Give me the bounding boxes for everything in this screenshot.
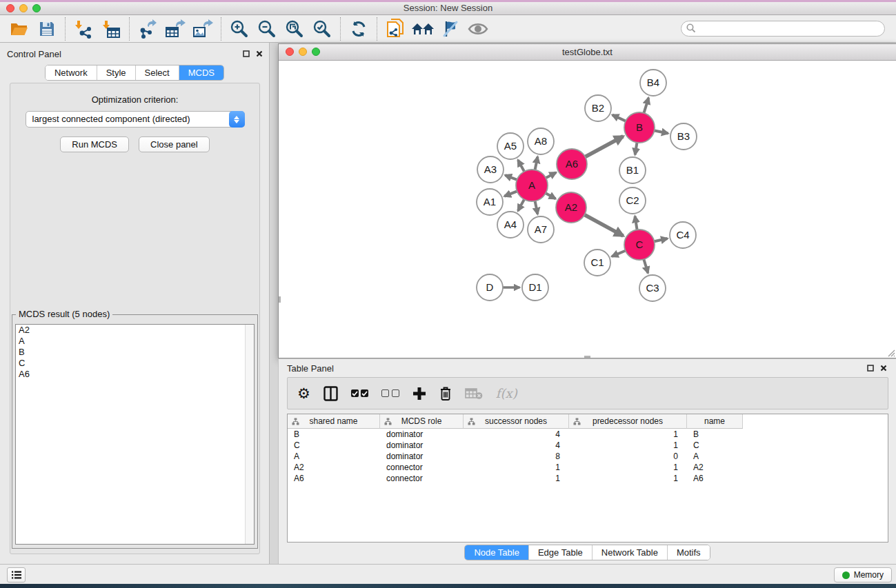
cell-predecessor-nodes[interactable]: 1	[569, 440, 687, 451]
home-layouts-button[interactable]	[409, 17, 437, 41]
control-panel: Control Panel NetworkStyleSelectMCDS Opt…	[0, 43, 270, 564]
zoom-network-window-button[interactable]	[312, 48, 320, 56]
export-network-button[interactable]	[134, 17, 161, 41]
mcds-result-list[interactable]: A2ABCA6	[15, 324, 255, 545]
result-list-item[interactable]: A6	[16, 369, 254, 380]
minimize-network-window-button[interactable]	[299, 48, 307, 56]
cell-MCDS-role[interactable]: dominator	[380, 429, 464, 440]
cell-successor-nodes[interactable]: 4	[464, 440, 569, 451]
cell-MCDS-role[interactable]: dominator	[380, 440, 464, 451]
float-table-panel-icon[interactable]	[867, 365, 874, 372]
zoom-in-button[interactable]	[226, 17, 253, 41]
zoom-out-button[interactable]	[253, 17, 281, 41]
function-builder-button[interactable]: f(x)	[496, 385, 517, 403]
cell-shared-name[interactable]: A6	[288, 473, 380, 484]
close-panel-button[interactable]: Close panel	[139, 136, 210, 152]
column-header-name[interactable]: name	[687, 414, 743, 429]
cell-shared-name[interactable]: A	[288, 451, 380, 462]
delete-table-button[interactable]	[465, 385, 483, 403]
tab-network-table[interactable]: Network Table	[592, 545, 667, 560]
result-list-scrollbar[interactable]	[245, 325, 254, 544]
cell-predecessor-nodes[interactable]: 1	[569, 473, 687, 484]
cell-shared-name[interactable]: A2	[288, 462, 380, 473]
vertical-scroll-thumb[interactable]	[279, 296, 281, 303]
zoom-window-button[interactable]	[32, 4, 41, 12]
hide-flag-button[interactable]	[437, 17, 464, 41]
tab-style[interactable]: Style	[97, 65, 135, 80]
tab-motifs[interactable]: Motifs	[667, 545, 710, 560]
cell-shared-name[interactable]: B	[288, 429, 380, 440]
cell-name[interactable]: C	[687, 440, 743, 451]
result-list-item[interactable]: B	[16, 347, 254, 358]
cell-MCDS-role[interactable]: dominator	[380, 451, 464, 462]
result-list-item[interactable]: C	[16, 358, 254, 369]
cell-MCDS-role[interactable]: connector	[380, 473, 464, 484]
search-input[interactable]	[681, 21, 885, 37]
table-settings-button[interactable]: ⚙	[297, 385, 310, 403]
result-list-item[interactable]: A	[16, 336, 254, 347]
close-window-button[interactable]	[6, 4, 14, 12]
cell-successor-nodes[interactable]: 4	[464, 429, 569, 440]
select-all-button[interactable]	[351, 385, 368, 403]
show-eye-button[interactable]	[464, 17, 492, 41]
export-table-button[interactable]	[161, 17, 189, 41]
cell-predecessor-nodes[interactable]: 1	[569, 429, 687, 440]
tab-network[interactable]: Network	[46, 65, 97, 80]
cell-predecessor-nodes[interactable]: 1	[569, 462, 687, 473]
export-image-icon	[192, 19, 213, 39]
import-table-button[interactable]	[97, 17, 125, 41]
cell-MCDS-role[interactable]: connector	[380, 462, 464, 473]
table-row[interactable]: Bdominator41B	[288, 429, 888, 440]
tab-select[interactable]: Select	[135, 65, 179, 80]
tab-edge-table[interactable]: Edge Table	[528, 545, 592, 560]
create-column-button[interactable]	[412, 385, 426, 403]
open-file-button[interactable]	[6, 17, 33, 41]
table-header-row: shared nameMCDS rolesuccessor nodesprede…	[288, 414, 888, 429]
export-image-button[interactable]	[189, 17, 217, 41]
resize-grip-icon[interactable]	[886, 347, 895, 357]
close-panel-icon[interactable]	[256, 50, 263, 57]
cell-successor-nodes[interactable]: 8	[464, 451, 569, 462]
zoom-fit-button[interactable]	[281, 17, 308, 41]
new-network-button[interactable]	[381, 17, 409, 41]
table-row[interactable]: Cdominator41C	[288, 440, 888, 451]
column-header-successor-nodes[interactable]: successor nodes	[464, 414, 569, 429]
cell-name[interactable]: A6	[687, 473, 743, 484]
network-window-controls	[286, 48, 320, 56]
cell-shared-name[interactable]: C	[288, 440, 380, 451]
network-window-titlebar[interactable]: testGlobe.txt	[279, 44, 896, 61]
cell-predecessor-nodes[interactable]: 0	[569, 451, 687, 462]
minimize-window-button[interactable]	[19, 4, 28, 12]
optimization-criterion-select[interactable]: largest connected component (directed)	[26, 111, 245, 128]
cell-successor-nodes[interactable]: 1	[464, 473, 569, 484]
run-mcds-button[interactable]: Run MCDS	[60, 136, 129, 152]
unselect-all-button[interactable]	[381, 385, 399, 403]
table-row[interactable]: A2connector11A2	[288, 462, 888, 473]
task-history-button[interactable]	[7, 567, 26, 582]
network-canvas[interactable]: AA1A2A3A4A5A6A7A8BB1B2B3B4CC1C2C3C4DD1	[279, 61, 896, 358]
main-toolbar	[0, 15, 896, 43]
column-header-shared-name[interactable]: shared name	[288, 414, 380, 429]
result-list-item[interactable]: A2	[16, 325, 254, 336]
refresh-button[interactable]	[345, 17, 372, 41]
show-columns-button[interactable]	[323, 385, 338, 403]
close-table-panel-icon[interactable]	[880, 365, 887, 372]
horizontal-scroll-thumb[interactable]	[584, 356, 590, 358]
float-panel-icon[interactable]	[243, 50, 250, 57]
cell-successor-nodes[interactable]: 1	[464, 462, 569, 473]
column-header-predecessor-nodes[interactable]: predecessor nodes	[569, 414, 687, 429]
cell-name[interactable]: B	[687, 429, 743, 440]
column-header-MCDS-role[interactable]: MCDS role	[380, 414, 464, 429]
cell-name[interactable]: A	[687, 451, 743, 462]
close-network-window-button[interactable]	[286, 48, 294, 56]
import-network-button[interactable]	[70, 17, 97, 41]
save-session-button[interactable]	[33, 17, 61, 41]
cell-name[interactable]: A2	[687, 462, 743, 473]
table-row[interactable]: A6connector11A6	[288, 473, 888, 484]
memory-button[interactable]: Memory	[834, 567, 892, 582]
zoom-selected-button[interactable]	[308, 17, 336, 41]
table-row[interactable]: Adominator80A	[288, 451, 888, 462]
tab-mcds[interactable]: MCDS	[179, 65, 223, 80]
delete-column-button[interactable]	[439, 385, 452, 403]
tab-node-table[interactable]: Node Table	[465, 545, 528, 560]
